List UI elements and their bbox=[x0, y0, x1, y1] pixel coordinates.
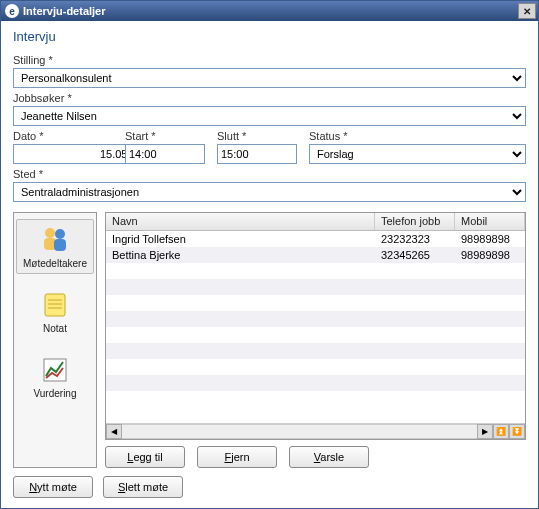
table-row[interactable]: Bettina Bjerke 32345265 98989898 bbox=[106, 247, 525, 263]
sidebar-item-vurdering[interactable]: Vurdering bbox=[16, 349, 94, 404]
stilling-select[interactable]: Personalkonsulent bbox=[13, 68, 526, 88]
varsle-button[interactable]: Varsle bbox=[289, 446, 369, 468]
triangle-left-icon: ◀ bbox=[111, 427, 117, 436]
cell-tel: 32345265 bbox=[375, 249, 455, 261]
scroll-right-button[interactable]: ▶ bbox=[477, 424, 493, 439]
svg-rect-4 bbox=[45, 294, 65, 316]
double-up-icon: ⏫ bbox=[496, 427, 506, 436]
col-header-mob[interactable]: Mobil bbox=[455, 213, 525, 230]
triangle-right-icon: ▶ bbox=[482, 427, 488, 436]
double-down-icon: ⏬ bbox=[512, 427, 522, 436]
app-icon: e bbox=[5, 4, 19, 18]
table-row[interactable] bbox=[106, 375, 525, 391]
jobbsoker-label: Jobbsøker * bbox=[13, 92, 526, 104]
sted-select[interactable]: Sentraladministrasjonen bbox=[13, 182, 526, 202]
cell-mob: 98989898 bbox=[455, 233, 525, 245]
window: e Intervju-detaljer ✕ Intervju Stilling … bbox=[0, 0, 539, 509]
sidebar-item-motedeltakere[interactable]: Møtedeltakere bbox=[16, 219, 94, 274]
table-row[interactable] bbox=[106, 327, 525, 343]
grid-scrollbar: ◀ ▶ ⏫ ⏬ bbox=[106, 423, 525, 439]
slutt-label: Slutt * bbox=[217, 130, 297, 142]
table-row[interactable] bbox=[106, 343, 525, 359]
grid-actions: Legg til Fjern Varsle bbox=[105, 440, 526, 468]
cell-name: Ingrid Tollefsen bbox=[106, 233, 375, 245]
cell-tel: 23232323 bbox=[375, 233, 455, 245]
scroll-up-all-button[interactable]: ⏫ bbox=[493, 424, 509, 439]
grid-body[interactable]: Ingrid Tollefsen 23232323 98989898 Betti… bbox=[106, 231, 525, 423]
table-row[interactable] bbox=[106, 295, 525, 311]
legg-til-button[interactable]: Legg til bbox=[105, 446, 185, 468]
close-button[interactable]: ✕ bbox=[518, 3, 536, 19]
participants-grid: Navn Telefon jobb Mobil Ingrid Tollefsen… bbox=[105, 212, 526, 440]
col-header-name[interactable]: Navn bbox=[106, 213, 375, 230]
svg-point-1 bbox=[55, 229, 65, 239]
table-row[interactable] bbox=[106, 263, 525, 279]
svg-point-0 bbox=[45, 228, 55, 238]
titlebar: e Intervju-detaljer ✕ bbox=[1, 1, 538, 21]
cell-mob: 98989898 bbox=[455, 249, 525, 261]
status-select[interactable]: Forslag bbox=[309, 144, 526, 164]
chart-icon bbox=[39, 354, 71, 386]
start-input[interactable] bbox=[125, 144, 205, 164]
sidebar-item-notat[interactable]: Notat bbox=[16, 284, 94, 339]
table-row[interactable] bbox=[106, 311, 525, 327]
jobbsoker-select[interactable]: Jeanette Nilsen bbox=[13, 106, 526, 126]
note-icon bbox=[39, 289, 71, 321]
table-row[interactable] bbox=[106, 279, 525, 295]
sidebar-item-label: Notat bbox=[43, 323, 67, 334]
slett-mote-button[interactable]: Slett møte bbox=[103, 476, 183, 498]
fjern-button[interactable]: Fjern bbox=[197, 446, 277, 468]
scroll-track[interactable] bbox=[122, 424, 477, 439]
svg-rect-3 bbox=[54, 239, 66, 251]
nytt-mote-button[interactable]: Nytt møte bbox=[13, 476, 93, 498]
col-header-tel[interactable]: Telefon jobb bbox=[375, 213, 455, 230]
dato-field: ▼ bbox=[13, 144, 113, 164]
table-row[interactable] bbox=[106, 359, 525, 375]
page-subtitle: Intervju bbox=[1, 21, 538, 48]
window-title: Intervju-detaljer bbox=[23, 5, 518, 17]
bottom-actions: Nytt møte Slett møte bbox=[1, 476, 538, 508]
mid-area: Møtedeltakere Notat bbox=[1, 208, 538, 476]
table-row[interactable]: Ingrid Tollefsen 23232323 98989898 bbox=[106, 231, 525, 247]
scroll-left-button[interactable]: ◀ bbox=[106, 424, 122, 439]
form-area: Stilling * Personalkonsulent Jobbsøker *… bbox=[1, 48, 538, 208]
status-label: Status * bbox=[309, 130, 526, 142]
scroll-down-all-button[interactable]: ⏬ bbox=[509, 424, 525, 439]
cell-name: Bettina Bjerke bbox=[106, 249, 375, 261]
grid-header: Navn Telefon jobb Mobil bbox=[106, 213, 525, 231]
start-label: Start * bbox=[125, 130, 205, 142]
people-icon bbox=[39, 224, 71, 256]
sted-label: Sted * bbox=[13, 168, 526, 180]
sidebar: Møtedeltakere Notat bbox=[13, 212, 97, 468]
stilling-label: Stilling * bbox=[13, 54, 526, 66]
sidebar-item-label: Vurdering bbox=[34, 388, 77, 399]
main-pane: Navn Telefon jobb Mobil Ingrid Tollefsen… bbox=[105, 212, 526, 468]
dato-label: Dato * bbox=[13, 130, 113, 142]
sidebar-item-label: Møtedeltakere bbox=[23, 258, 87, 269]
close-icon: ✕ bbox=[523, 6, 531, 17]
slutt-input[interactable] bbox=[217, 144, 297, 164]
